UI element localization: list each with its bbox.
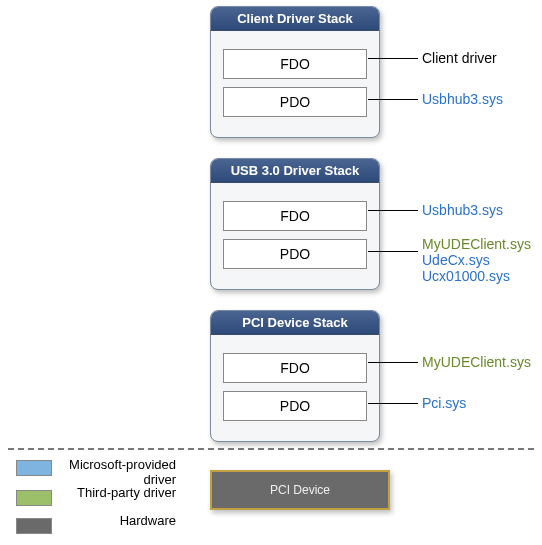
pci-device-label: PCI Device — [270, 483, 330, 497]
connector-line — [368, 58, 418, 59]
fdo-box: FDO — [223, 49, 367, 79]
connector-line — [368, 251, 418, 252]
driver-label: Usbhub3.sys — [422, 202, 503, 218]
client-driver-stack: Client Driver Stack FDO PDO — [210, 6, 380, 138]
pci-device-box: PCI Device — [210, 470, 390, 510]
stack-body: FDO PDO — [211, 335, 379, 441]
fdo-box: FDO — [223, 201, 367, 231]
stack-body: FDO PDO — [211, 183, 379, 289]
driver-label: Usbhub3.sys — [422, 91, 503, 107]
pci-device-stack: PCI Device Stack FDO PDO — [210, 310, 380, 442]
driver-label: MyUDEClient.sys — [422, 354, 531, 370]
legend-swatch-ms — [16, 460, 52, 476]
legend-label-tp: Third-party driver — [56, 486, 176, 501]
usb-driver-stack: USB 3.0 Driver Stack FDO PDO — [210, 158, 380, 290]
connector-line — [368, 99, 418, 100]
pdo-box: PDO — [223, 391, 367, 421]
driver-label: Client driver — [422, 50, 497, 66]
stack-header: PCI Device Stack — [211, 311, 379, 335]
stack-header: USB 3.0 Driver Stack — [211, 159, 379, 183]
connector-line — [368, 403, 418, 404]
driver-label: MyUDEClient.sys — [422, 236, 531, 252]
stack-header: Client Driver Stack — [211, 7, 379, 31]
legend-swatch-hw — [16, 518, 52, 534]
pdo-box: PDO — [223, 87, 367, 117]
connector-line — [368, 210, 418, 211]
fdo-box: FDO — [223, 353, 367, 383]
pdo-box: PDO — [223, 239, 367, 269]
legend-label-hw: Hardware — [56, 514, 176, 529]
legend-swatch-tp — [16, 490, 52, 506]
stack-body: FDO PDO — [211, 31, 379, 137]
connector-line — [368, 362, 418, 363]
divider-line — [8, 448, 534, 450]
driver-label: Ucx01000.sys — [422, 268, 510, 284]
legend-label-ms: Microsoft-provided driver — [56, 458, 176, 488]
driver-label: UdeCx.sys — [422, 252, 490, 268]
driver-label: Pci.sys — [422, 395, 466, 411]
